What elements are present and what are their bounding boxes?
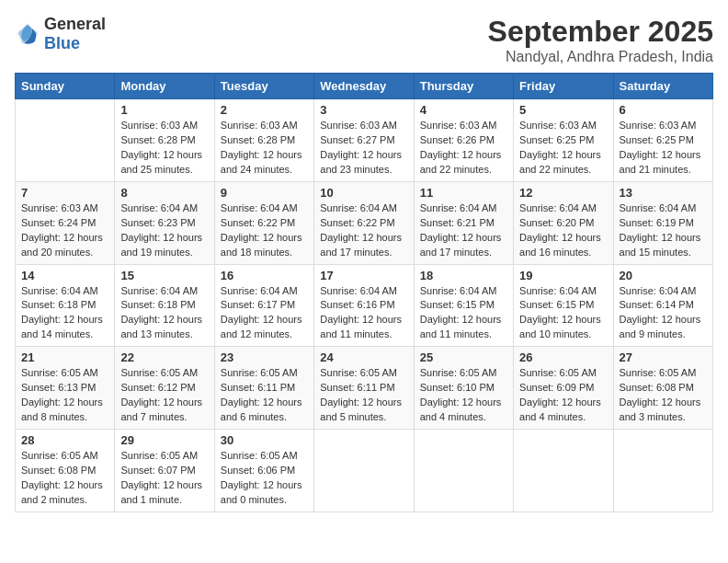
- title-area: September 2025 Nandyal, Andhra Pradesh, …: [488, 15, 713, 65]
- week-row-5: 28Sunrise: 6:05 AMSunset: 6:08 PMDayligh…: [16, 430, 713, 512]
- calendar-cell: 13Sunrise: 6:04 AMSunset: 6:19 PMDayligh…: [613, 181, 712, 264]
- cell-info: Sunrise: 6:03 AMSunset: 6:24 PMDaylight:…: [21, 201, 108, 260]
- day-number: 3: [320, 103, 407, 117]
- calendar-cell: 4Sunrise: 6:03 AMSunset: 6:26 PMDaylight…: [414, 99, 513, 182]
- weekday-header-thursday: Thursday: [414, 74, 513, 99]
- day-number: 28: [21, 433, 108, 447]
- day-number: 30: [221, 433, 308, 447]
- weekday-header-tuesday: Tuesday: [214, 74, 313, 99]
- cell-info: Sunrise: 6:04 AMSunset: 6:23 PMDaylight:…: [120, 201, 208, 260]
- day-number: 19: [519, 269, 607, 282]
- calendar-cell: 11Sunrise: 6:04 AMSunset: 6:21 PMDayligh…: [414, 181, 513, 264]
- week-row-3: 14Sunrise: 6:04 AMSunset: 6:18 PMDayligh…: [16, 264, 713, 347]
- calendar-cell: 21Sunrise: 6:05 AMSunset: 6:13 PMDayligh…: [16, 347, 115, 430]
- calendar-cell: 14Sunrise: 6:04 AMSunset: 6:18 PMDayligh…: [16, 264, 115, 347]
- day-number: 22: [120, 350, 208, 364]
- cell-info: Sunrise: 6:04 AMSunset: 6:18 PMDaylight:…: [21, 284, 108, 343]
- calendar-cell: 23Sunrise: 6:05 AMSunset: 6:11 PMDayligh…: [214, 347, 313, 430]
- calendar-cell: [314, 430, 414, 512]
- calendar-cell: 30Sunrise: 6:05 AMSunset: 6:06 PMDayligh…: [214, 430, 313, 512]
- cell-info: Sunrise: 6:04 AMSunset: 6:19 PMDaylight:…: [620, 201, 707, 260]
- cell-info: Sunrise: 6:04 AMSunset: 6:21 PMDaylight:…: [420, 201, 507, 260]
- calendar-cell: 26Sunrise: 6:05 AMSunset: 6:09 PMDayligh…: [514, 347, 613, 430]
- calendar-cell: 3Sunrise: 6:03 AMSunset: 6:27 PMDaylight…: [314, 99, 414, 182]
- calendar: SundayMondayTuesdayWednesdayThursdayFrid…: [15, 73, 713, 512]
- cell-info: Sunrise: 6:03 AMSunset: 6:25 PMDaylight:…: [519, 119, 607, 178]
- logo-icon: [15, 21, 40, 47]
- calendar-cell: [16, 99, 115, 182]
- day-number: 5: [519, 103, 607, 117]
- day-number: 10: [320, 186, 407, 200]
- week-row-4: 21Sunrise: 6:05 AMSunset: 6:13 PMDayligh…: [16, 347, 713, 430]
- weekday-header-monday: Monday: [115, 74, 214, 99]
- week-row-2: 7Sunrise: 6:03 AMSunset: 6:24 PMDaylight…: [16, 181, 713, 264]
- cell-info: Sunrise: 6:05 AMSunset: 6:06 PMDaylight:…: [221, 449, 308, 508]
- day-number: 15: [120, 269, 208, 282]
- cell-info: Sunrise: 6:04 AMSunset: 6:14 PMDaylight:…: [620, 284, 707, 343]
- cell-info: Sunrise: 6:03 AMSunset: 6:28 PMDaylight:…: [120, 119, 208, 178]
- cell-info: Sunrise: 6:05 AMSunset: 6:10 PMDaylight:…: [420, 366, 507, 425]
- cell-info: Sunrise: 6:04 AMSunset: 6:15 PMDaylight:…: [420, 284, 507, 343]
- calendar-cell: [414, 430, 513, 512]
- day-number: 17: [320, 269, 407, 282]
- calendar-cell: 9Sunrise: 6:04 AMSunset: 6:22 PMDaylight…: [214, 181, 313, 264]
- week-row-1: 1Sunrise: 6:03 AMSunset: 6:28 PMDaylight…: [16, 99, 713, 182]
- calendar-cell: 29Sunrise: 6:05 AMSunset: 6:07 PMDayligh…: [115, 430, 214, 512]
- cell-info: Sunrise: 6:05 AMSunset: 6:09 PMDaylight:…: [519, 366, 607, 425]
- day-number: 8: [120, 186, 208, 200]
- day-number: 14: [21, 269, 108, 282]
- day-number: 9: [221, 186, 308, 200]
- day-number: 7: [21, 186, 108, 200]
- weekday-header-row: SundayMondayTuesdayWednesdayThursdayFrid…: [16, 74, 713, 99]
- calendar-cell: 25Sunrise: 6:05 AMSunset: 6:10 PMDayligh…: [414, 347, 513, 430]
- calendar-cell: 18Sunrise: 6:04 AMSunset: 6:15 PMDayligh…: [414, 264, 513, 347]
- weekday-header-sunday: Sunday: [16, 74, 115, 99]
- calendar-cell: 27Sunrise: 6:05 AMSunset: 6:08 PMDayligh…: [613, 347, 712, 430]
- cell-info: Sunrise: 6:04 AMSunset: 6:15 PMDaylight:…: [519, 284, 607, 343]
- cell-info: Sunrise: 6:03 AMSunset: 6:26 PMDaylight:…: [420, 119, 507, 178]
- day-number: 25: [420, 350, 507, 364]
- logo-general: General: [44, 15, 106, 33]
- cell-info: Sunrise: 6:05 AMSunset: 6:08 PMDaylight:…: [21, 449, 108, 508]
- calendar-cell: 7Sunrise: 6:03 AMSunset: 6:24 PMDaylight…: [16, 181, 115, 264]
- day-number: 20: [620, 269, 707, 282]
- day-number: 29: [120, 433, 208, 447]
- cell-info: Sunrise: 6:05 AMSunset: 6:11 PMDaylight:…: [221, 366, 308, 425]
- day-number: 13: [620, 186, 707, 200]
- logo-blue: Blue: [44, 34, 80, 52]
- day-number: 21: [21, 350, 108, 364]
- day-number: 23: [221, 350, 308, 364]
- calendar-cell: 19Sunrise: 6:04 AMSunset: 6:15 PMDayligh…: [514, 264, 613, 347]
- weekday-header-wednesday: Wednesday: [314, 74, 414, 99]
- calendar-cell: 6Sunrise: 6:03 AMSunset: 6:25 PMDaylight…: [613, 99, 712, 182]
- calendar-cell: 12Sunrise: 6:04 AMSunset: 6:20 PMDayligh…: [514, 181, 613, 264]
- day-number: 12: [519, 186, 607, 200]
- day-number: 16: [221, 269, 308, 282]
- day-number: 24: [320, 350, 407, 364]
- cell-info: Sunrise: 6:05 AMSunset: 6:13 PMDaylight:…: [21, 366, 108, 425]
- calendar-cell: 28Sunrise: 6:05 AMSunset: 6:08 PMDayligh…: [16, 430, 115, 512]
- calendar-cell: 1Sunrise: 6:03 AMSunset: 6:28 PMDaylight…: [115, 99, 214, 182]
- calendar-cell: 15Sunrise: 6:04 AMSunset: 6:18 PMDayligh…: [115, 264, 214, 347]
- calendar-cell: 20Sunrise: 6:04 AMSunset: 6:14 PMDayligh…: [613, 264, 712, 347]
- cell-info: Sunrise: 6:05 AMSunset: 6:11 PMDaylight:…: [320, 366, 407, 425]
- day-number: 11: [420, 186, 507, 200]
- day-number: 6: [620, 103, 707, 117]
- calendar-cell: [613, 430, 712, 512]
- location-title: Nandyal, Andhra Pradesh, India: [488, 49, 713, 65]
- calendar-cell: 8Sunrise: 6:04 AMSunset: 6:23 PMDaylight…: [115, 181, 214, 264]
- weekday-header-saturday: Saturday: [613, 74, 712, 99]
- calendar-cell: 17Sunrise: 6:04 AMSunset: 6:16 PMDayligh…: [314, 264, 414, 347]
- logo: General Blue: [15, 15, 106, 53]
- calendar-cell: 10Sunrise: 6:04 AMSunset: 6:22 PMDayligh…: [314, 181, 414, 264]
- cell-info: Sunrise: 6:04 AMSunset: 6:16 PMDaylight:…: [320, 284, 407, 343]
- day-number: 1: [120, 103, 208, 117]
- calendar-cell: 5Sunrise: 6:03 AMSunset: 6:25 PMDaylight…: [514, 99, 613, 182]
- day-number: 2: [221, 103, 308, 117]
- cell-info: Sunrise: 6:03 AMSunset: 6:27 PMDaylight:…: [320, 119, 407, 178]
- weekday-header-friday: Friday: [514, 74, 613, 99]
- cell-info: Sunrise: 6:05 AMSunset: 6:12 PMDaylight:…: [120, 366, 208, 425]
- day-number: 4: [420, 103, 507, 117]
- calendar-cell: 22Sunrise: 6:05 AMSunset: 6:12 PMDayligh…: [115, 347, 214, 430]
- cell-info: Sunrise: 6:03 AMSunset: 6:28 PMDaylight:…: [221, 119, 308, 178]
